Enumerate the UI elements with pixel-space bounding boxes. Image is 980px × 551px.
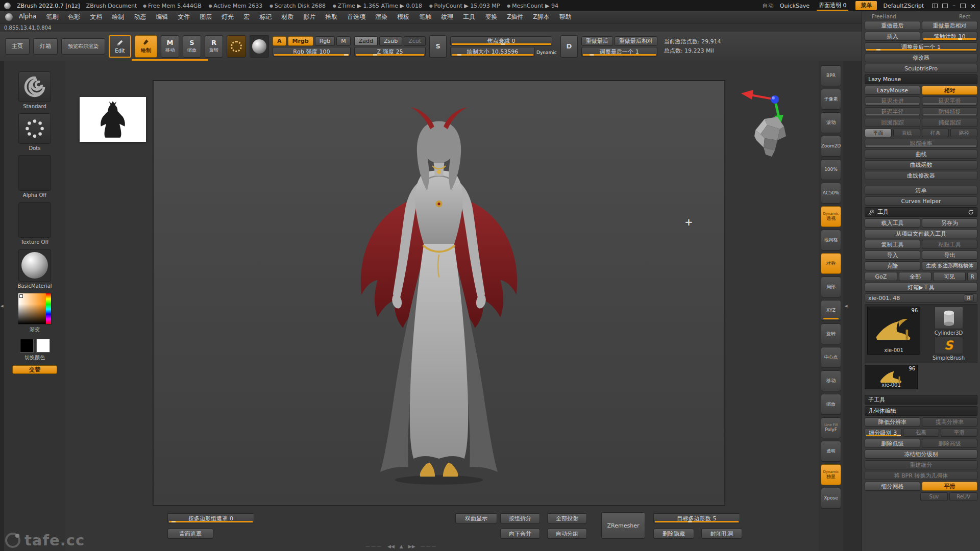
- toolstrip-icon[interactable]: Dynamic 独显: [821, 464, 841, 485]
- menu-item[interactable]: 纹理: [441, 13, 453, 21]
- insert-button[interactable]: 插入: [865, 32, 920, 41]
- a-mode-button[interactable]: A: [273, 36, 286, 46]
- toolstrip-icon[interactable]: 子像素: [821, 89, 841, 110]
- main-color-swatch[interactable]: [20, 339, 34, 353]
- backtrack-line-button[interactable]: 直线: [893, 129, 920, 137]
- smt-small-button[interactable]: 平滑: [941, 428, 977, 437]
- geometry-header[interactable]: 几何体编辑: [865, 406, 977, 416]
- reconstruct-subdiv-button[interactable]: 重建细分: [865, 460, 977, 469]
- curve-modifiers-bar[interactable]: 曲线修改器: [865, 171, 977, 180]
- toolstrip-icon[interactable]: 地网格: [821, 230, 841, 251]
- cylinder3d-thumbnail[interactable]: [935, 307, 963, 329]
- goz-button[interactable]: GoZ: [865, 272, 897, 281]
- clone-button[interactable]: 克隆: [865, 261, 920, 270]
- rgb-mode-button[interactable]: Rgb: [315, 36, 335, 46]
- close-holes-button[interactable]: 封闭孔洞: [701, 529, 742, 539]
- menu-item[interactable]: 标记: [259, 13, 272, 21]
- menu-item[interactable]: 图层: [200, 13, 212, 21]
- divide-button[interactable]: 细分网格: [865, 482, 920, 491]
- zcut-button[interactable]: Zcut: [404, 36, 426, 46]
- material-thumbnail[interactable]: [18, 249, 51, 282]
- goz-r-button[interactable]: R: [967, 272, 977, 281]
- simplebrush-thumbnail[interactable]: S: [935, 337, 963, 354]
- rgb-intensity-slider[interactable]: Rgb 强度 100: [273, 47, 351, 57]
- suv-button[interactable]: Suv: [920, 492, 948, 501]
- sculptrispro-section-bar[interactable]: SculptrisPro: [865, 64, 977, 73]
- toolstrip-icon[interactable]: BPR: [821, 65, 841, 86]
- toolstrip-icon[interactable]: 缩放: [821, 394, 841, 415]
- m-mode-button[interactable]: M: [336, 36, 351, 46]
- menu-item[interactable]: 拾取: [325, 13, 337, 21]
- goz-all-button[interactable]: 全部: [899, 272, 932, 281]
- home-button[interactable]: 主页: [5, 38, 30, 55]
- stroke-thumbnail[interactable]: [18, 113, 51, 144]
- backtrack-spline-button[interactable]: 样条: [922, 129, 949, 137]
- active-tool-bar[interactable]: xie-001. 48 R: [865, 293, 977, 303]
- menu-item[interactable]: 变换: [485, 13, 497, 21]
- load-tool-button[interactable]: 载入工具: [865, 218, 920, 228]
- menu-item[interactable]: 动态: [134, 13, 146, 21]
- zsub-button[interactable]: Zsub: [379, 36, 402, 46]
- make-polymesh-button[interactable]: 生成 多边形网格物体: [922, 261, 977, 270]
- menu-item[interactable]: 影片: [303, 13, 315, 21]
- target-polygons-slider[interactable]: 目标多边形数 5: [653, 513, 740, 523]
- menu-item[interactable]: 色彩: [68, 13, 80, 21]
- save-as-button[interactable]: 另存为: [922, 218, 977, 228]
- curve-functions-bar[interactable]: 曲线函数: [865, 160, 977, 169]
- merge-down-button[interactable]: 向下合并: [500, 529, 540, 539]
- paste-tool-button[interactable]: 粘贴工具: [922, 240, 977, 249]
- backtrack-plane-button[interactable]: 平面: [865, 129, 892, 137]
- menu-item[interactable]: 首选项: [347, 13, 365, 21]
- zremesher-button[interactable]: ZRemesher: [601, 512, 645, 539]
- pager-prev-icon[interactable]: ◀◀: [387, 544, 395, 549]
- backtrack-button[interactable]: 回溯跟踪: [865, 118, 920, 127]
- curves-helper-bar[interactable]: Curves Helper: [865, 196, 977, 206]
- import-button[interactable]: 导入: [865, 251, 920, 260]
- subtool-header[interactable]: 子工具: [865, 395, 977, 405]
- menu-item[interactable]: Alpha: [19, 13, 36, 21]
- del-lower-button[interactable]: 删除低级: [865, 439, 920, 448]
- close-button[interactable]: ×: [970, 3, 976, 9]
- focal-shift-slider[interactable]: 焦点衰减 0: [450, 36, 552, 46]
- copy-tool-button[interactable]: 复制工具: [865, 240, 920, 249]
- toolstrip-icon[interactable]: 旋转: [821, 323, 841, 344]
- stroke-type-freehand[interactable]: FreeHand: [872, 14, 896, 19]
- freeze-subdivision-button[interactable]: 冻结细分级别: [865, 449, 977, 459]
- curve-section-bar[interactable]: 曲线: [865, 149, 977, 159]
- lazy-radius-slider[interactable]: 延迟半径: [865, 107, 920, 116]
- toolstrip-icon[interactable]: Line Fill PolyF: [821, 417, 841, 438]
- pager-up-icon[interactable]: ▲: [400, 544, 403, 549]
- toolstrip-icon[interactable]: 滚动: [821, 112, 841, 133]
- toolstrip-icon[interactable]: 移动: [821, 370, 841, 391]
- dynamic-mode-label[interactable]: Dynamic: [536, 50, 557, 55]
- menu-item[interactable]: 笔触: [419, 13, 431, 21]
- lower-res-button[interactable]: 降低分辨率: [865, 417, 920, 427]
- maximize-button[interactable]: [960, 4, 966, 8]
- load-from-project-button[interactable]: 从项目文件载入工具: [865, 229, 977, 238]
- current-material-button[interactable]: [250, 35, 269, 58]
- lazy-step-slider[interactable]: 延迟步进: [865, 96, 920, 106]
- alpha-thumbnail[interactable]: [18, 155, 51, 191]
- toolstrip-icon[interactable]: Xpose: [821, 488, 841, 509]
- menu-item[interactable]: 渲染: [375, 13, 387, 21]
- convert-bpr-button[interactable]: 将 BPR 转换为几何体: [865, 471, 977, 480]
- document-thumbnail[interactable]: [80, 97, 146, 142]
- toolstrip-icon[interactable]: Zoom2D: [821, 136, 841, 157]
- lazy-mouse-header[interactable]: Lazy Mouse: [865, 74, 977, 84]
- menu-button[interactable]: 菜单: [855, 1, 877, 10]
- menu-item[interactable]: 宏: [243, 13, 250, 21]
- menu-item[interactable]: 帮助: [559, 13, 572, 21]
- list-bar[interactable]: 清单: [865, 186, 977, 195]
- secondary-color-swatch[interactable]: [36, 339, 50, 353]
- cage-button[interactable]: 包裹: [903, 428, 940, 437]
- replay-last-relative-button[interactable]: 重做最后相对: [615, 36, 657, 46]
- smt-button[interactable]: 平滑: [922, 482, 977, 491]
- toolstrip-icon[interactable]: Dynamic 透视: [821, 206, 841, 227]
- active-tool-r-button[interactable]: R: [964, 294, 974, 302]
- current-stroke-button[interactable]: [227, 35, 246, 58]
- lazy-smooth-slider[interactable]: 延迟平滑: [922, 96, 977, 106]
- replay-last-relative-button[interactable]: 重做最后相对: [922, 21, 977, 30]
- document-canvas[interactable]: +: [153, 81, 725, 506]
- lightbox-button[interactable]: 灯箱: [33, 38, 58, 55]
- menu-item[interactable]: 材质: [281, 13, 293, 21]
